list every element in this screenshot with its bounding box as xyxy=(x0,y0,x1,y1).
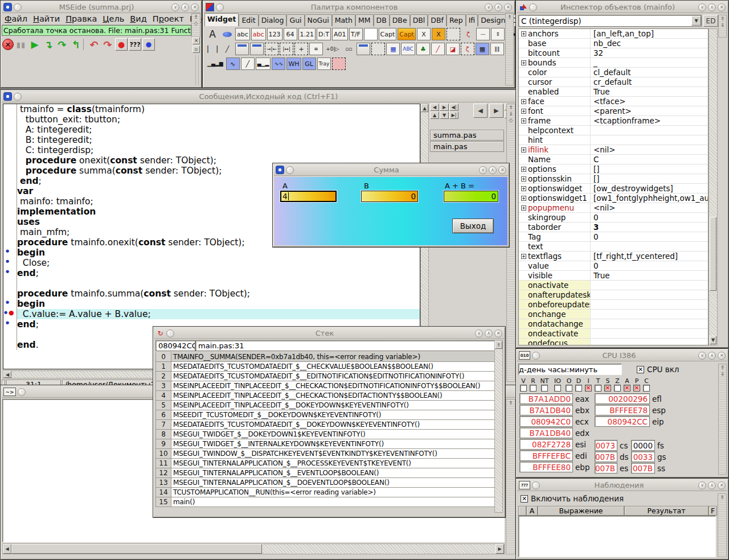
property-row[interactable]: Tag 0 xyxy=(519,232,708,242)
debug-toolbar-button[interactable]: ▮▮ xyxy=(15,38,27,51)
main-right-scrollbar[interactable] xyxy=(195,55,199,85)
expand-icon[interactable] xyxy=(521,186,526,191)
scroll-left-icon[interactable]: ◀ xyxy=(3,371,11,378)
palette-tab[interactable]: Design xyxy=(478,14,508,26)
register-value[interactable]: 0000 xyxy=(631,440,655,451)
scrollbar-thumb[interactable] xyxy=(710,217,716,291)
breakpoint-gutter[interactable] xyxy=(3,155,17,166)
cpu-flag-checkbox[interactable] xyxy=(541,385,548,392)
file-tab-main[interactable]: main.pas xyxy=(430,141,504,152)
shade-button[interactable]: · xyxy=(532,481,540,489)
close-button[interactable]: ✕ xyxy=(504,3,512,11)
maximize-button[interactable]: ∧ xyxy=(494,3,502,11)
shade-button[interactable]: · xyxy=(529,3,537,11)
property-value[interactable]: C xyxy=(591,155,708,164)
expand-icon[interactable] xyxy=(521,60,526,65)
palette-component-icon[interactable]: abc xyxy=(235,28,250,40)
register-value[interactable]: BFFFEE78 xyxy=(595,405,650,415)
property-row[interactable]: onchange xyxy=(519,310,708,319)
minimize-button[interactable]: ∨ xyxy=(479,166,487,174)
palette-component-icon[interactable] xyxy=(447,28,460,40)
register-value[interactable]: 080942CC xyxy=(595,416,650,427)
watches-column-header[interactable]: Результат xyxy=(624,506,708,516)
watches-column-header[interactable]: Выражение xyxy=(538,506,624,516)
expand-icon[interactable] xyxy=(521,254,526,259)
property-row[interactable]: onactivate xyxy=(519,281,708,290)
menu-dock-handle[interactable]: ⇑ ◇ xyxy=(191,13,200,37)
palette-component-icon[interactable] xyxy=(250,43,264,55)
breakpoint-gutter[interactable] xyxy=(3,319,17,330)
palette-component-icon[interactable]: 123 xyxy=(267,28,282,40)
inspector-titlebar[interactable]: · Инспектор объектов (mainfo) ∨ ∧ ✕ xyxy=(517,2,727,13)
console-dock-handle[interactable]: ⇑ xyxy=(506,399,515,554)
register-value[interactable]: 080942C0 xyxy=(519,416,573,427)
stack-frame-row[interactable]: 4 MSEINPLACEEDIT_TINPLACEEDIT_$__CHECKAC… xyxy=(155,391,497,401)
watches-column-header[interactable]: A xyxy=(526,506,538,516)
menu-item[interactable]: Проект xyxy=(150,14,187,23)
property-row[interactable]: color cl_default xyxy=(519,68,708,77)
main-titlebar[interactable]: · MSEide (summa.prj) ∨ ∧ ✕ xyxy=(2,2,200,13)
palette-component-icon[interactable] xyxy=(357,43,370,55)
property-row[interactable]: bounds _ xyxy=(519,58,708,68)
expand-icon[interactable] xyxy=(521,176,526,182)
property-value[interactable] xyxy=(591,339,708,345)
console-horizontal-scrollbar[interactable]: ◀ ▶ xyxy=(2,543,505,554)
nav-button[interactable]: ▼ xyxy=(440,112,449,119)
close-button[interactable]: ✕ xyxy=(718,352,726,360)
property-row[interactable]: ifilink <nil> xyxy=(519,145,708,155)
property-row[interactable]: cursor cr_default xyxy=(519,77,708,87)
palette-tab[interactable]: Edit xyxy=(239,14,258,26)
property-row[interactable]: popupmenu <nil> xyxy=(519,203,708,213)
palette-component-icon[interactable]: ∿∿ xyxy=(272,57,285,70)
minimize-button[interactable]: ∨ xyxy=(698,3,706,11)
debug-toolbar-button[interactable]: ● xyxy=(142,38,155,51)
shade-button[interactable]: · xyxy=(18,388,26,396)
palette-component-icon[interactable]: ζ xyxy=(461,28,475,40)
input-b[interactable]: 0 xyxy=(361,191,418,202)
cpu-titlebar[interactable]: 010 · CPU I386 ∨ ∧ ✕ xyxy=(517,350,727,361)
inspector-dock-handle[interactable]: ⇑ ⇓ xyxy=(718,15,727,38)
property-value[interactable]: _ xyxy=(591,58,708,67)
property-value[interactable]: 0 xyxy=(591,261,708,270)
file-tab-summa[interactable]: summa.pas xyxy=(430,130,504,141)
scroll-up-icon[interactable]: ▲ xyxy=(421,104,428,112)
register-value[interactable]: BFFFEFBC xyxy=(519,450,573,461)
palette-component-icon[interactable]: ▏▕ xyxy=(206,43,219,55)
stack-frame-row[interactable]: 12 MSEGUI_TINTERNALAPPLICATION_$__EVENTL… xyxy=(155,468,497,478)
minimize-button[interactable]: ∨ xyxy=(698,352,706,360)
palette-component-icon[interactable]: abc xyxy=(251,28,266,40)
property-value[interactable] xyxy=(591,290,708,299)
property-value[interactable] xyxy=(591,242,708,251)
cpu-flag-checkbox[interactable] xyxy=(604,385,611,392)
stack-frame-row[interactable]: 5 MSEINPLACEEDIT_TINPLACEEDIT_$__DOKEYDO… xyxy=(155,401,497,410)
property-value[interactable] xyxy=(591,310,708,319)
palette-tab[interactable]: Widget xyxy=(204,13,239,26)
breakpoint-gutter[interactable] xyxy=(3,217,17,227)
palette-component-icon[interactable]: ╱ xyxy=(241,57,255,70)
shade-button[interactable]: · xyxy=(14,3,22,11)
breakpoint-gutter[interactable] xyxy=(3,340,17,350)
palette-component-icon[interactable]: Tray xyxy=(317,57,331,70)
exit-button[interactable]: Выход xyxy=(452,219,494,233)
palette-tab[interactable]: Gui xyxy=(286,14,304,26)
property-row[interactable]: ondeactivate xyxy=(519,329,708,339)
palette-component-icon[interactable]: ▦ xyxy=(386,43,400,55)
cpu-flag-checkbox[interactable] xyxy=(614,385,621,392)
palette-tab[interactable]: Ifi xyxy=(466,14,478,26)
palette-component-icon[interactable]: ♣ xyxy=(416,43,430,55)
shade-button[interactable]: · xyxy=(166,330,174,337)
property-value[interactable]: <parent> xyxy=(591,106,708,116)
scroll-right-icon[interactable]: ▶ xyxy=(495,544,504,554)
nav-button[interactable]: ▶ xyxy=(440,104,449,111)
stack-frame-row[interactable]: 6 MSEEDIT_TCUSTOMEDIT_$__DOKEYDOWN$KEYEV… xyxy=(155,410,497,420)
minimize-button[interactable]: ∨ xyxy=(475,330,483,337)
debug-toolbar-button[interactable]: ↷ xyxy=(101,38,114,51)
palette-component-icon[interactable]: Capt xyxy=(379,28,397,40)
register-value[interactable]: 0033 xyxy=(631,451,655,462)
property-value[interactable]: 0 xyxy=(591,232,708,241)
palette-titlebar[interactable]: · Палитра компонентов ∨ ∧ ✕ xyxy=(204,2,514,13)
debug-toolbar-button[interactable]: ↰ xyxy=(69,38,82,51)
property-value[interactable]: <nil> xyxy=(591,203,708,212)
shade-button[interactable]: · xyxy=(216,3,224,11)
property-value[interactable]: <tcaptionframe> xyxy=(591,116,708,125)
